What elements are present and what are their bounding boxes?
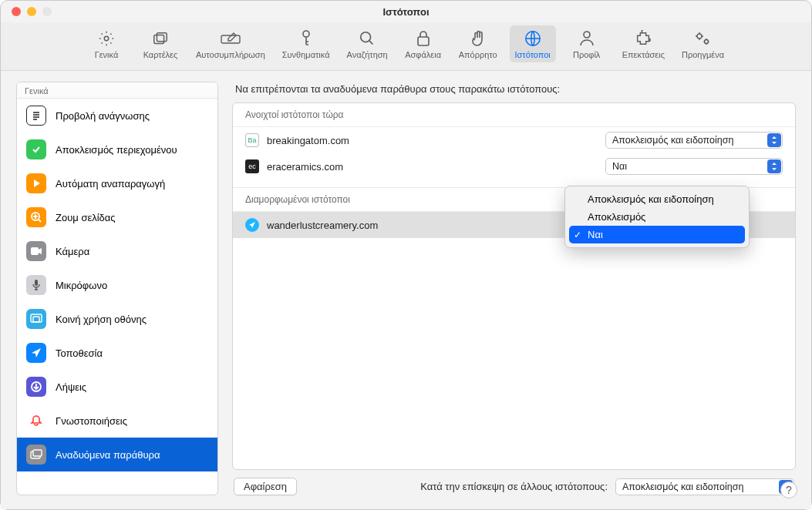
popup-window-icon xyxy=(26,445,46,465)
svg-point-5 xyxy=(361,32,371,42)
sidebar-item-reader[interactable]: Προβολή ανάγνωσης xyxy=(17,99,217,133)
dropdown-option[interactable]: ✓ Ναι xyxy=(569,226,745,243)
sidebar-item-label: Λήψεις xyxy=(56,381,86,393)
site-domain: breakingatom.com xyxy=(267,135,598,146)
site-row[interactable]: Ba breakingatom.com Αποκλεισμός και ειδο… xyxy=(233,127,795,153)
sidebar-item-camera[interactable]: Κάμερα xyxy=(17,234,217,268)
tabs-icon xyxy=(150,29,170,49)
pencil-field-icon xyxy=(221,29,241,49)
toolbar-websites[interactable]: Ιστότοποι xyxy=(510,25,556,62)
toolbar-label: Καρτέλες xyxy=(143,50,178,59)
toolbar-security[interactable]: Ασφάλεια xyxy=(400,25,446,62)
select-value: Αποκλεισμός και ειδοποίηση xyxy=(622,481,743,492)
svg-rect-15 xyxy=(33,317,39,322)
search-icon xyxy=(357,29,377,49)
site-setting-select[interactable]: Ναι xyxy=(605,158,783,175)
svg-rect-12 xyxy=(31,247,39,255)
titlebar: Ιστότοποι xyxy=(1,1,811,22)
toolbar-label: Αυτοσυμπλήρωση xyxy=(196,50,265,59)
svg-rect-13 xyxy=(35,280,38,286)
help-button[interactable]: ? xyxy=(780,481,797,498)
puzzle-icon xyxy=(633,29,653,49)
hand-icon xyxy=(468,29,488,49)
location-icon xyxy=(26,343,46,363)
toolbar-general[interactable]: Γενικά xyxy=(83,25,130,62)
sidebar-item-zoom[interactable]: Ζουμ σελίδας xyxy=(17,200,217,234)
sidebar-item-label: Ζουμ σελίδας xyxy=(56,212,116,223)
sidebar-item-label: Αναδυόμενα παράθυρα xyxy=(56,449,160,461)
shield-check-icon xyxy=(26,139,46,159)
toolbar-autofill[interactable]: Αυτοσυμπλήρωση xyxy=(191,25,270,62)
select-value: Αποκλεισμός και ειδοποίηση xyxy=(612,135,733,146)
toolbar-search[interactable]: Αναζήτηση xyxy=(342,25,393,62)
dropdown-option-label: Αποκλεισμός xyxy=(588,211,645,223)
check-icon: ✓ xyxy=(574,230,581,240)
svg-rect-6 xyxy=(418,37,429,45)
sidebar-item-label: Τοποθεσία xyxy=(56,347,103,359)
toolbar-privacy[interactable]: Απόρρητο xyxy=(454,25,502,62)
default-setting-select[interactable]: Αποκλεισμός και ειδοποίηση xyxy=(615,478,794,495)
svg-rect-14 xyxy=(31,314,42,322)
sidebar-item-label: Αποκλεισμός περιεχομένου xyxy=(56,144,177,156)
favicon-icon: ec xyxy=(245,159,259,173)
sidebar-item-label: Κοινή χρήση οθόνης xyxy=(56,314,147,325)
sidebar-item-contentblock[interactable]: Αποκλεισμός περιεχομένου xyxy=(17,133,217,166)
dropdown-option-label: Ναι xyxy=(588,229,603,240)
svg-point-9 xyxy=(697,34,702,39)
zoom-window-button[interactable] xyxy=(42,7,52,16)
chevron-updown-icon xyxy=(767,133,781,147)
chevron-updown-icon xyxy=(767,159,781,173)
reader-icon xyxy=(26,106,46,126)
panel: Να επιτρέπονται τα αναδυόμενα παράθυρα σ… xyxy=(232,82,796,495)
remove-button[interactable]: Αφαίρεση xyxy=(234,478,297,495)
toolbar-extensions[interactable]: Επεκτάσεις xyxy=(618,25,669,62)
globe-icon xyxy=(523,29,543,49)
toolbar-tabs[interactable]: Καρτέλες xyxy=(137,25,184,62)
site-row[interactable]: ec eraceramics.com Ναι xyxy=(233,153,795,180)
setting-dropdown-menu: Αποκλεισμός και ειδοποίηση Αποκλεισμός ✓… xyxy=(564,186,750,248)
microphone-icon xyxy=(26,275,46,295)
sidebar-item-downloads[interactable]: Λήψεις xyxy=(17,370,217,404)
close-window-button[interactable] xyxy=(12,7,21,16)
svg-point-8 xyxy=(584,32,590,38)
sidebar: Γενικά Προβολή ανάγνωσης Αποκλεισμός περ… xyxy=(16,82,218,495)
gear-icon xyxy=(96,29,116,49)
dropdown-option[interactable]: Αποκλεισμός και ειδοποίηση xyxy=(569,190,745,208)
toolbar-label: Γενικά xyxy=(95,50,119,59)
svg-rect-18 xyxy=(33,450,42,456)
toolbar-label: Συνθηματικά xyxy=(282,50,330,59)
sidebar-item-screenshare[interactable]: Κοινή χρήση οθόνης xyxy=(17,302,217,336)
minimize-window-button[interactable] xyxy=(27,7,36,16)
toolbar-label: Απόρρητο xyxy=(459,50,497,59)
panel-footer: Αφαίρεση Κατά την επίσκεψη σε άλλους ιστ… xyxy=(232,470,796,495)
sidebar-item-notifications[interactable]: Γνωστοποιήσεις xyxy=(17,404,217,438)
dropdown-option[interactable]: Αποκλεισμός xyxy=(569,208,745,226)
zoom-icon xyxy=(26,207,46,227)
sidebar-item-label: Γνωστοποιήσεις xyxy=(56,415,127,427)
traffic-lights xyxy=(1,7,52,16)
sidebar-item-microphone[interactable]: Μικρόφωνο xyxy=(17,268,217,302)
toolbar-label: Επεκτάσεις xyxy=(622,50,665,59)
download-icon xyxy=(26,377,46,397)
screen-share-icon xyxy=(26,309,46,329)
svg-point-10 xyxy=(705,40,709,44)
site-domain: wanderlustcreamery.com xyxy=(267,220,598,231)
sidebar-item-location[interactable]: Τοποθεσία xyxy=(17,336,217,370)
site-setting-select[interactable]: Αποκλεισμός και ειδοποίηση xyxy=(605,132,783,149)
sidebar-item-autoplay[interactable]: Αυτόματη αναπαραγωγή xyxy=(17,166,217,200)
panel-title: Να επιτρέπονται τα αναδυόμενα παράθυρα σ… xyxy=(232,82,796,102)
svg-point-4 xyxy=(303,31,309,37)
toolbar-label: Προφίλ xyxy=(573,50,600,59)
sidebar-list: Προβολή ανάγνωσης Αποκλεισμός περιεχομέν… xyxy=(17,99,217,495)
preferences-window: Ιστότοποι Γενικά Καρτέλες Αυτοσυμπλήρωση xyxy=(0,0,812,510)
footer-label: Κατά την επίσκεψη σε άλλους ιστότοπους: xyxy=(420,481,608,492)
toolbar-passwords[interactable]: Συνθηματικά xyxy=(278,25,335,62)
sidebar-item-popups[interactable]: Αναδυόμενα παράθυρα xyxy=(17,438,217,471)
sidebar-item-label: Μικρόφωνο xyxy=(56,280,107,291)
open-sites-header: Ανοιχτοί ιστότοποι τώρα xyxy=(233,103,795,127)
dropdown-option-label: Αποκλεισμός και ειδοποίηση xyxy=(588,193,714,205)
sidebar-item-label: Κάμερα xyxy=(56,246,89,257)
toolbar-advanced[interactable]: Προηγμένα xyxy=(677,25,729,62)
toolbar-profiles[interactable]: Προφίλ xyxy=(564,25,610,62)
site-domain: eraceramics.com xyxy=(267,161,598,173)
